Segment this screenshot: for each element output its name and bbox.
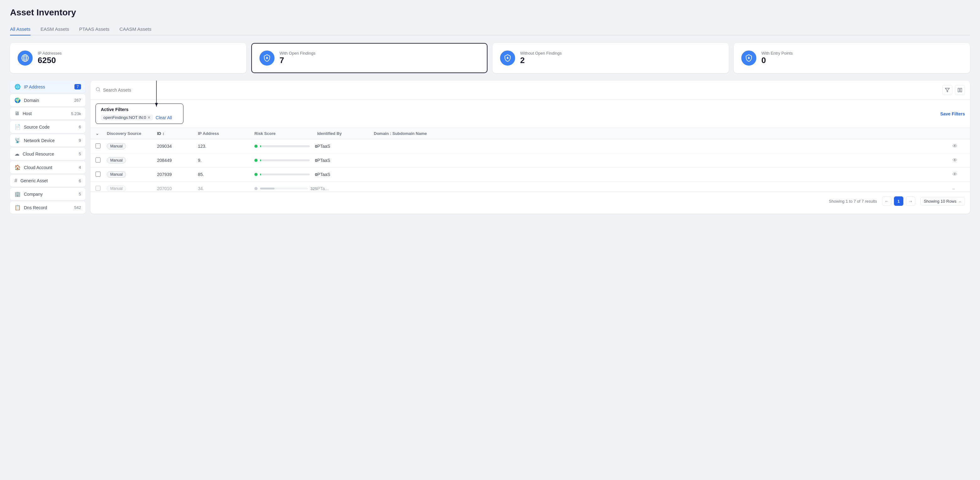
sidebar-item-ip-address[interactable]: 🌐 IP Address 7: [10, 81, 86, 93]
search-icon: [95, 87, 100, 93]
th-id[interactable]: ID ↕: [157, 131, 198, 136]
discovery-source-badge-3: Manual: [107, 185, 126, 192]
ip-address-icon: 🌐: [14, 84, 21, 90]
sidebar-item-company[interactable]: 🏢 Company 5: [10, 188, 86, 200]
row-ip-0: 123.: [198, 144, 255, 149]
sidebar-label-source-code: Source Code: [24, 125, 49, 130]
source-code-icon: 📄: [14, 124, 21, 130]
row-id-0: 209034: [157, 144, 198, 149]
dns-record-icon: 📋: [14, 204, 21, 211]
page-btn-1[interactable]: 1: [894, 196, 904, 206]
stat-with-open-findings[interactable]: With Open Findings 7: [251, 43, 487, 73]
prev-page-btn[interactable]: ←: [882, 196, 891, 206]
table-row: Manual 208449 9. 0 PTaaS 👁: [91, 154, 970, 168]
sidebar-item-generic-asset[interactable]: # Generic Asset 6: [10, 175, 86, 187]
row-ip-2: 85.: [198, 172, 255, 177]
shield-without-icon: [500, 51, 515, 66]
tab-ptaas-assets[interactable]: PTAAS Assets: [79, 24, 109, 35]
content-area: Active Filters openFindings:NOT IN:0 ✕ C…: [91, 81, 970, 214]
row-view-btn-1[interactable]: 👁: [952, 157, 958, 163]
table-row-partial: Manual 207010 34. 325 PTa... –: [91, 182, 970, 192]
columns-icon-btn[interactable]: [955, 85, 965, 95]
generic-asset-icon: #: [14, 178, 17, 184]
row-identified-by-0: PTaaS: [317, 144, 374, 149]
pagination-info: Showing 1 to 7 of 7 results: [829, 199, 877, 204]
row-id-2: 207939: [157, 172, 198, 177]
tab-easm-assets[interactable]: EASM Assets: [41, 24, 69, 35]
row-identified-by-3: PTa...: [317, 186, 374, 191]
stat-without-label: Without Open Findings: [520, 51, 562, 55]
filter-tag-remove[interactable]: ✕: [147, 116, 150, 120]
sidebar-item-source-code[interactable]: 📄 Source Code 6: [10, 121, 86, 133]
cloud-account-icon: 🏠: [14, 165, 21, 170]
shield-entry-icon: [741, 51, 756, 66]
row-identified-by-1: PTaaS: [317, 158, 374, 163]
stat-without-open-findings[interactable]: Without Open Findings 2: [493, 43, 729, 73]
svg-line-12: [99, 90, 100, 91]
th-expand[interactable]: ⌄: [95, 131, 107, 136]
page-nav: ← 1 →: [882, 196, 915, 206]
save-filters-button[interactable]: Save Filters: [940, 111, 965, 116]
row-view-btn-2[interactable]: 👁: [952, 172, 958, 177]
sidebar-label-company: Company: [24, 192, 43, 197]
table-header: ⌄ Discovery Source ID ↕ IP Address Risk …: [91, 128, 970, 139]
rows-selector-label: Showing 10 Rows: [924, 199, 956, 204]
sidebar-count-host: 5.23k: [71, 111, 81, 116]
sidebar-count-ip: 7: [75, 84, 81, 89]
stat-open-value: 7: [280, 55, 315, 65]
search-input[interactable]: [103, 87, 939, 93]
tab-all-assets[interactable]: All Assets: [10, 24, 30, 35]
active-filters-title: Active Filters: [101, 107, 178, 112]
filter-icon-btn[interactable]: [942, 85, 952, 95]
risk-bar-2: 0: [255, 172, 317, 177]
risk-score-val-0: 0: [312, 144, 317, 149]
row-checkbox-1[interactable]: [95, 157, 100, 163]
th-domain-subdomain: Domain : Subdomain Name: [374, 131, 952, 136]
sidebar-count-company: 5: [79, 192, 81, 196]
sidebar-item-cloud-account[interactable]: 🏠 Cloud Account 4: [10, 161, 86, 173]
risk-dot-3: [255, 187, 258, 190]
th-discovery-source: Discovery Source: [107, 131, 157, 136]
sidebar-item-dns-record[interactable]: 📋 Dns Record 542: [10, 201, 86, 214]
svg-rect-15: [960, 88, 962, 92]
sort-icon: ↕: [162, 131, 165, 136]
discovery-source-badge-2: Manual: [107, 171, 126, 177]
sidebar-count-dns-record: 542: [74, 205, 81, 210]
stat-ip-addresses[interactable]: IP Addresses 6250: [10, 43, 246, 73]
sidebar-count-generic-asset: 6: [79, 179, 81, 183]
active-filters-box: Active Filters openFindings:NOT IN:0 ✕ C…: [95, 103, 183, 124]
filter-tags: openFindings:NOT IN:0 ✕ Clear All: [101, 114, 178, 120]
sidebar-label-network-device: Network Device: [24, 138, 55, 143]
search-bar-row: [91, 81, 970, 100]
risk-dot-1: [255, 159, 258, 162]
sidebar-label-dns-record: Dns Record: [24, 205, 47, 210]
tabs-row: All Assets EASM Assets PTAAS Assets CAAS…: [10, 24, 970, 35]
discovery-source-badge-1: Manual: [107, 157, 126, 163]
sidebar-item-domain[interactable]: 🌍 Domain 267: [10, 94, 86, 106]
sidebar-item-cloud-resource[interactable]: ☁ Cloud Resource 5: [10, 148, 86, 160]
row-id-1: 208449: [157, 158, 198, 163]
sidebar-count-cloud-account: 4: [79, 165, 81, 170]
clear-all-button[interactable]: Clear All: [156, 115, 172, 120]
row-checkbox-2[interactable]: [95, 172, 100, 177]
stat-with-entry-points[interactable]: With Entry Points 0: [734, 43, 970, 73]
row-checkbox-3[interactable]: [95, 186, 100, 191]
rows-selector-chevron-icon: ⌄: [958, 199, 961, 203]
svg-point-11: [96, 87, 100, 91]
sidebar-item-host[interactable]: 🖥 Host 5.23k: [10, 108, 86, 120]
tab-caasm-assets[interactable]: CAASM Assets: [119, 24, 151, 35]
search-input-wrap[interactable]: [95, 87, 939, 93]
row-id-3: 207010: [157, 186, 198, 191]
stat-entry-value: 0: [761, 55, 793, 65]
row-ip-1: 9.: [198, 158, 255, 163]
sidebar-label-ip: IP Address: [24, 84, 45, 89]
rows-selector[interactable]: Showing 10 Rows ⌄: [920, 197, 965, 206]
row-checkbox-0[interactable]: [95, 143, 100, 148]
sidebar-item-network-device[interactable]: 📡 Network Device 9: [10, 134, 86, 147]
row-view-btn-0[interactable]: 👁: [952, 143, 958, 149]
risk-dot-0: [255, 145, 258, 148]
next-page-btn[interactable]: →: [906, 196, 915, 206]
filter-tag-open-findings: openFindings:NOT IN:0 ✕: [101, 114, 153, 120]
sidebar-label-generic-asset: Generic Asset: [21, 178, 48, 183]
sidebar: 🌐 IP Address 7 🌍 Domain 267 🖥 Host 5.23k: [10, 81, 86, 214]
